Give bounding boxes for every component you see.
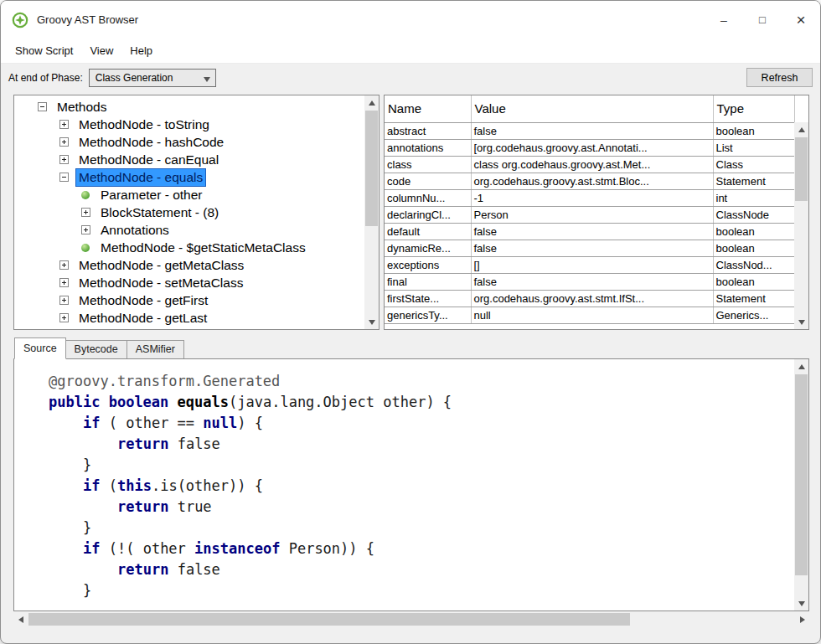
tab-source[interactable]: Source bbox=[14, 337, 66, 359]
code-line: @groovy.transform.Generated bbox=[14, 371, 794, 392]
expand-icon[interactable] bbox=[59, 137, 69, 147]
column-header-name[interactable]: Name bbox=[385, 95, 471, 122]
source-code[interactable]: @groovy.transform.Generatedpublic boolea… bbox=[14, 359, 794, 611]
tree-item[interactable]: MethodNode - canEqual bbox=[14, 151, 364, 168]
table-row[interactable]: classclass org.codehaus.groovy.ast.Met..… bbox=[385, 156, 794, 173]
table-scrollbar[interactable] bbox=[794, 122, 808, 329]
table-cell: columnNu... bbox=[385, 189, 471, 206]
code-token: if bbox=[83, 540, 100, 557]
tab-bytecode[interactable]: Bytecode bbox=[66, 340, 127, 358]
titlebar[interactable]: Groovy AST Browser – □ × bbox=[1, 1, 820, 39]
scroll-up-button[interactable] bbox=[364, 95, 379, 110]
arrow-down-icon bbox=[798, 601, 805, 606]
scrollbar-thumb[interactable] bbox=[28, 613, 630, 626]
code-token: null bbox=[203, 415, 237, 431]
scrollbar-thumb[interactable] bbox=[795, 137, 808, 201]
table-row[interactable]: finalfalseboolean bbox=[385, 273, 794, 290]
collapse-icon[interactable] bbox=[59, 173, 69, 182]
code-token: boolean bbox=[109, 394, 169, 410]
expand-icon[interactable] bbox=[59, 120, 69, 129]
table-cell: dynamicRe... bbox=[385, 240, 471, 256]
tree-item[interactable]: MethodNode - toString bbox=[14, 116, 364, 133]
tree-item[interactable]: MethodNode - hashCode bbox=[14, 133, 364, 151]
table-row[interactable]: exceptions[]ClassNod... bbox=[385, 256, 794, 273]
scrollbar-thumb[interactable] bbox=[795, 374, 808, 575]
table-row[interactable]: defaultfalseboolean bbox=[385, 223, 794, 240]
collapse-icon[interactable] bbox=[38, 102, 47, 111]
code-token: if bbox=[83, 415, 100, 431]
code-token: .is(other)) { bbox=[152, 477, 263, 494]
expand-icon[interactable] bbox=[59, 296, 69, 305]
phase-dropdown[interactable]: Class Generation bbox=[89, 69, 216, 87]
tree-scrollbar[interactable] bbox=[364, 95, 379, 329]
menu-show-script[interactable]: Show Script bbox=[7, 41, 81, 60]
table-row[interactable]: genericsTy...nullGenerics... bbox=[385, 307, 794, 323]
minimize-button[interactable]: – bbox=[705, 1, 743, 39]
menu-view[interactable]: View bbox=[81, 41, 121, 60]
code-token: ) { bbox=[237, 415, 263, 431]
tree-item-label: MethodNode - setMetaClass bbox=[75, 274, 246, 292]
code-line: return false bbox=[14, 559, 794, 580]
table-cell: ClassNode bbox=[713, 206, 794, 223]
table-cell: boolean bbox=[713, 122, 794, 139]
menu-bar: Show Script View Help bbox=[1, 39, 820, 64]
scroll-down-button[interactable] bbox=[794, 315, 808, 329]
tree-item[interactable]: MethodNode - equals bbox=[14, 168, 364, 186]
source-vertical-scrollbar[interactable] bbox=[794, 359, 808, 611]
ast-tree[interactable]: MethodsMethodNode - toStringMethodNode -… bbox=[14, 95, 364, 329]
scroll-up-button[interactable] bbox=[794, 122, 808, 137]
code-token: return bbox=[117, 498, 168, 515]
refresh-button[interactable]: Refresh bbox=[746, 68, 813, 87]
table-cell: ClassNod... bbox=[713, 256, 794, 273]
table-cell: firstState... bbox=[385, 290, 471, 307]
expand-icon[interactable] bbox=[59, 155, 69, 164]
table-cell: false bbox=[471, 240, 713, 256]
code-line: return true bbox=[14, 497, 794, 518]
table-row[interactable]: abstractfalseboolean bbox=[385, 122, 794, 139]
code-line: } bbox=[14, 580, 794, 601]
tree-item[interactable]: Parameter - other bbox=[14, 186, 364, 204]
table-cell: annotations bbox=[385, 139, 471, 156]
tree-item[interactable]: MethodNode - getMetaClass bbox=[14, 256, 364, 274]
tree-item[interactable]: MethodNode - getFirst bbox=[14, 291, 364, 309]
close-button[interactable]: × bbox=[782, 1, 820, 39]
tree-item[interactable]: MethodNode - setMetaClass bbox=[14, 274, 364, 291]
column-header-type[interactable]: Type bbox=[713, 95, 794, 122]
table-cell: Person bbox=[471, 206, 713, 223]
tree-item[interactable]: MethodNode - $getStaticMetaClass bbox=[14, 239, 364, 256]
maximize-button[interactable]: □ bbox=[743, 1, 782, 39]
table-cell: Class bbox=[713, 156, 794, 173]
expand-icon[interactable] bbox=[59, 278, 69, 287]
table-cell: code bbox=[385, 173, 471, 189]
scroll-down-button[interactable] bbox=[364, 315, 379, 329]
tree-item[interactable]: Methods bbox=[14, 98, 364, 116]
scroll-down-button[interactable] bbox=[794, 596, 808, 611]
tab-asmifier[interactable]: ASMifier bbox=[127, 340, 184, 358]
column-header-value[interactable]: Value bbox=[471, 95, 713, 122]
scrollbar-thumb[interactable] bbox=[365, 111, 378, 226]
tree-item[interactable]: MethodNode - getLast bbox=[14, 309, 364, 327]
table-row[interactable]: firstState...org.codehaus.groovy.ast.stm… bbox=[385, 290, 794, 307]
expand-icon[interactable] bbox=[59, 260, 69, 270]
code-token: false bbox=[168, 435, 219, 452]
expand-icon[interactable] bbox=[81, 225, 90, 234]
tree-item[interactable]: BlockStatement - (8) bbox=[14, 204, 364, 221]
menu-help[interactable]: Help bbox=[121, 41, 161, 60]
scroll-up-button[interactable] bbox=[794, 359, 808, 374]
code-token: public bbox=[49, 394, 100, 410]
table-row[interactable]: dynamicRe...falseboolean bbox=[385, 240, 794, 256]
table-row[interactable]: annotations[org.codehaus.groovy.ast.Anno… bbox=[385, 139, 794, 156]
scroll-left-button[interactable] bbox=[13, 612, 28, 626]
expand-icon[interactable] bbox=[81, 208, 90, 217]
tree-item[interactable]: Annotations bbox=[14, 221, 364, 239]
scroll-right-button[interactable] bbox=[795, 612, 809, 626]
source-horizontal-scrollbar[interactable] bbox=[13, 611, 809, 627]
code-line: if (!( other instanceof Person)) { bbox=[14, 538, 794, 559]
table-row[interactable]: columnNu...-1int bbox=[385, 189, 794, 206]
table-cell: boolean bbox=[713, 273, 794, 290]
table-row[interactable]: codeorg.codehaus.groovy.ast.stmt.Bloc...… bbox=[385, 173, 794, 189]
expand-icon[interactable] bbox=[59, 313, 69, 322]
table-cell: Generics... bbox=[713, 307, 794, 323]
tree-item-label: Methods bbox=[54, 98, 110, 116]
table-row[interactable]: declaringCl...PersonClassNode bbox=[385, 206, 794, 223]
